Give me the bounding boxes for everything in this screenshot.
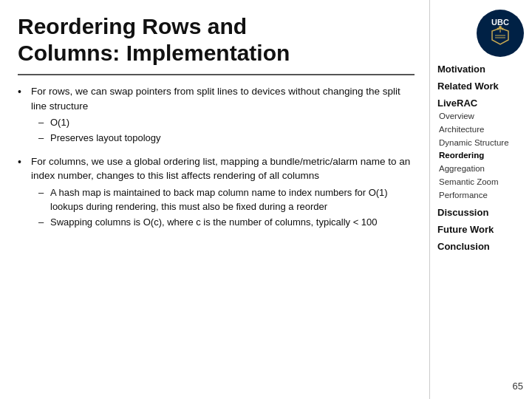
sidebar-item-liverac[interactable]: LiveRAC: [437, 98, 525, 109]
sidebar-item-aggregation[interactable]: Aggregation: [439, 163, 525, 176]
dash-icon: –: [38, 216, 50, 230]
list-item: – O(1): [38, 116, 415, 130]
bullet-icon: •: [18, 154, 31, 231]
sidebar-item-reordering[interactable]: Reordering: [439, 149, 525, 163]
sidebar-item-architecture[interactable]: Architecture: [439, 123, 525, 137]
list-item: – A hash map is maintained to back map c…: [38, 186, 415, 214]
sidebar-item-semantic-zoom[interactable]: Semantic Zoom: [439, 176, 525, 189]
list-item: • For rows, we can swap pointers from sp…: [18, 84, 415, 147]
main-content: Reordering Rows and Columns: Implementat…: [0, 0, 430, 399]
sidebar-item-dynamic-structure[interactable]: Dynamic Structure: [439, 137, 525, 150]
sub-item-text: A hash map is maintained to back map col…: [50, 186, 415, 214]
svg-point-0: [477, 10, 524, 57]
sidebar-section-conclusion[interactable]: Conclusion: [437, 241, 525, 253]
page-number: 65: [513, 381, 523, 392]
title-line1: Reordering Rows and: [18, 14, 247, 38]
ubc-logo: UBC: [476, 9, 525, 58]
list-item: – Preserves layout topology: [38, 132, 415, 146]
logo-container: UBC: [437, 9, 525, 58]
bullet-text: For rows, we can swap pointers from spli…: [31, 84, 415, 147]
list-item: – Swapping columns is O(c), where c is t…: [38, 216, 415, 230]
svg-point-7: [497, 28, 499, 30]
svg-point-8: [502, 28, 504, 30]
sidebar-item-discussion[interactable]: Discussion: [437, 207, 525, 218]
sidebar-section-motivation[interactable]: Motivation: [437, 64, 525, 76]
sub-item-text: Swapping columns is O(c), where c is the…: [50, 216, 378, 230]
sidebar-item-motivation[interactable]: Motivation: [437, 64, 525, 75]
slide: Reordering Rows and Columns: Implementat…: [0, 0, 532, 399]
bullet-text: For columns, we use a global ordering li…: [31, 154, 415, 231]
sub-list: – A hash map is maintained to back map c…: [38, 186, 415, 230]
sidebar-section-discussion[interactable]: Discussion: [437, 207, 525, 219]
content-area: • For rows, we can swap pointers from sp…: [18, 84, 415, 231]
sidebar: UBC Motivation Related Work LiveRAC Over…: [430, 0, 532, 399]
list-item: • For columns, we use a global ordering …: [18, 154, 415, 231]
sidebar-section-liverac: LiveRAC Overview Architecture Dynamic St…: [437, 98, 525, 202]
title-line2: Columns: Implementation: [18, 41, 290, 65]
sidebar-section-related-work[interactable]: Related Work: [437, 81, 525, 93]
sidebar-item-future-work[interactable]: Future Work: [437, 224, 525, 235]
sidebar-item-related-work[interactable]: Related Work: [437, 81, 525, 92]
sub-item-text: Preserves layout topology: [50, 132, 161, 146]
svg-text:UBC: UBC: [491, 18, 509, 27]
sidebar-section-future-work[interactable]: Future Work: [437, 224, 525, 236]
dash-icon: –: [38, 116, 50, 130]
dash-icon: –: [38, 132, 50, 146]
sidebar-item-conclusion[interactable]: Conclusion: [437, 241, 525, 252]
sidebar-item-overview[interactable]: Overview: [439, 110, 525, 123]
sidebar-item-performance[interactable]: Performance: [439, 189, 525, 202]
svg-point-6: [499, 26, 502, 29]
title-divider: [18, 74, 415, 75]
sub-item-text: O(1): [50, 116, 69, 130]
sub-list: – O(1) – Preserves layout topology: [38, 116, 415, 146]
dash-icon: –: [38, 186, 50, 214]
slide-title: Reordering Rows and Columns: Implementat…: [18, 13, 415, 66]
bullet-icon: •: [18, 84, 31, 147]
